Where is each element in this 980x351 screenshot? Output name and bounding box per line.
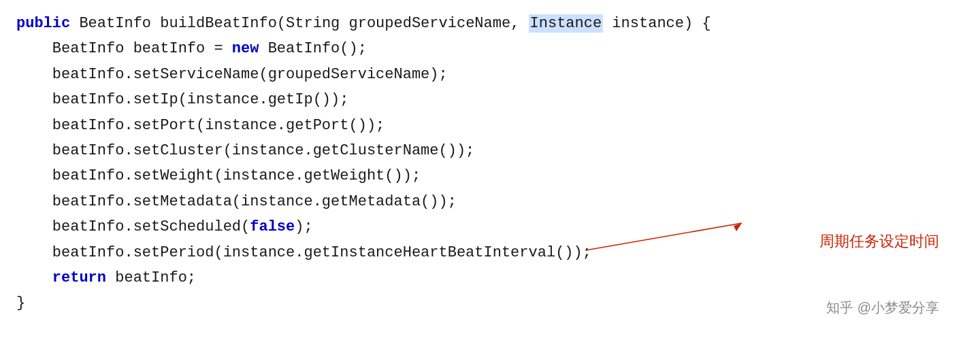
code-container: public BeatInfo buildBeatInfo(String gro… bbox=[0, 0, 980, 351]
code-line-3: beatInfo.setServiceName(groupedServiceNa… bbox=[16, 62, 964, 87]
code-line-4: beatInfo.setIp(instance.getIp()); bbox=[16, 87, 964, 112]
code-line-8: beatInfo.setMetadata(instance.getMetadat… bbox=[16, 189, 964, 214]
watermark: 知乎 @小梦爱分享 bbox=[826, 299, 939, 317]
keyword-public: public bbox=[16, 15, 70, 32]
svg-line-0 bbox=[585, 223, 742, 250]
code-line-2: BeatInfo beatInfo = new BeatInfo(); bbox=[16, 36, 964, 61]
code-line-7: beatInfo.setWeight(instance.getWeight())… bbox=[16, 163, 964, 188]
code-block: public BeatInfo buildBeatInfo(String gro… bbox=[16, 11, 964, 316]
code-line-12: } bbox=[16, 290, 964, 316]
code-line-6: beatInfo.setCluster(instance.getClusterN… bbox=[16, 138, 964, 163]
keyword-return: return bbox=[52, 269, 106, 286]
code-line-1: public BeatInfo buildBeatInfo(String gro… bbox=[16, 11, 964, 36]
keyword-false: false bbox=[250, 218, 295, 235]
annotation-arrow bbox=[578, 216, 755, 257]
highlight-instance: Instance bbox=[529, 14, 604, 33]
keyword-new: new bbox=[232, 40, 259, 57]
code-line-5: beatInfo.setPort(instance.getPort()); bbox=[16, 113, 964, 138]
code-line-11: return beatInfo; bbox=[16, 265, 964, 290]
annotation-text: 周期任务设定时间 bbox=[819, 231, 939, 252]
